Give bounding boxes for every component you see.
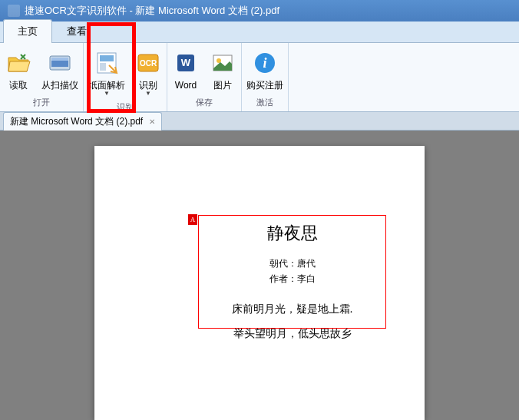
ribbon: 读取 从扫描仪 打开 纸面解析 ▼ OCR: [0, 43, 519, 112]
document-tab-strip: 新建 Microsoft Word 文档 (2).pdf ✕: [0, 112, 519, 131]
image-label: 图片: [213, 80, 232, 91]
page-analysis-label: 纸面解析: [88, 80, 125, 91]
ocr-icon: OCR: [134, 49, 162, 77]
scanner-icon: [46, 49, 74, 77]
chevron-down-icon: ▼: [145, 91, 151, 97]
folder-open-icon: [5, 49, 32, 77]
page-analysis-icon: [93, 49, 121, 77]
ribbon-group-activate: i 购买注册 激活: [242, 43, 289, 111]
poem-author: 作者：李白: [205, 271, 379, 286]
word-icon: W: [172, 49, 200, 77]
buy-register-button[interactable]: i 购买注册: [242, 46, 288, 95]
page-analysis-button[interactable]: 纸面解析 ▼: [84, 46, 130, 100]
activate-group-label: 激活: [256, 95, 273, 110]
svg-rect-5: [100, 63, 106, 71]
image-button[interactable]: 图片: [204, 46, 241, 95]
read-button[interactable]: 读取: [0, 46, 37, 95]
word-button[interactable]: W Word: [167, 46, 204, 95]
poem-title: 静夜思: [205, 222, 379, 245]
close-icon[interactable]: ✕: [149, 117, 155, 126]
ribbon-group-recognize: 纸面解析 ▼ OCR 识别 ▼ 识别: [84, 43, 167, 111]
ribbon-tab-strip: 主页 查看: [0, 21, 519, 43]
ocr-region[interactable]: A 静夜思 朝代：唐代 作者：李白 床前明月光，疑是地上霜. 举头望明月，低头思…: [198, 215, 386, 329]
svg-text:W: W: [181, 57, 191, 68]
tab-home[interactable]: 主页: [3, 19, 52, 43]
ribbon-group-save: W Word 图片 保存: [167, 43, 242, 111]
document-tab[interactable]: 新建 Microsoft Word 文档 (2).pdf ✕: [3, 112, 162, 131]
tab-view[interactable]: 查看: [52, 19, 101, 43]
document-tab-label: 新建 Microsoft Word 文档 (2).pdf: [10, 115, 143, 128]
svg-rect-4: [100, 55, 114, 61]
svg-text:i: i: [263, 55, 266, 71]
recognize-label: 识别: [139, 80, 157, 91]
buy-register-label: 购买注册: [246, 80, 283, 91]
region-marker: A: [188, 214, 197, 225]
save-group-label: 保存: [196, 95, 213, 110]
poem-dynasty: 朝代：唐代: [205, 256, 379, 271]
read-label: 读取: [9, 80, 28, 91]
from-scanner-button[interactable]: 从扫描仪: [37, 46, 83, 95]
chevron-down-icon: ▼: [104, 91, 110, 97]
recognize-button[interactable]: OCR 识别 ▼: [130, 46, 167, 100]
title-bar: 捷速OCR文字识别软件 - 新建 Microsoft Word 文档 (2).p…: [0, 0, 519, 21]
window-title: 捷速OCR文字识别软件 - 新建 Microsoft Word 文档 (2).p…: [25, 4, 279, 18]
open-group-label: 打开: [33, 95, 50, 110]
svg-text:OCR: OCR: [140, 59, 157, 68]
from-scanner-label: 从扫描仪: [41, 80, 78, 91]
info-icon: i: [251, 49, 279, 77]
ribbon-group-open: 读取 从扫描仪 打开: [0, 43, 84, 111]
image-icon: [209, 49, 236, 77]
poem-line-1: 床前明月光，疑是地上霜.: [205, 297, 379, 322]
workspace: A 静夜思 朝代：唐代 作者：李白 床前明月光，疑是地上霜. 举头望明月，低头思…: [0, 131, 519, 420]
poem-line-2: 举头望明月，低头思故乡: [205, 322, 379, 346]
app-icon: [8, 5, 20, 17]
document-page: A 静夜思 朝代：唐代 作者：李白 床前明月光，疑是地上霜. 举头望明月，低头思…: [94, 146, 425, 420]
svg-rect-2: [51, 58, 68, 61]
word-label: Word: [175, 80, 197, 91]
